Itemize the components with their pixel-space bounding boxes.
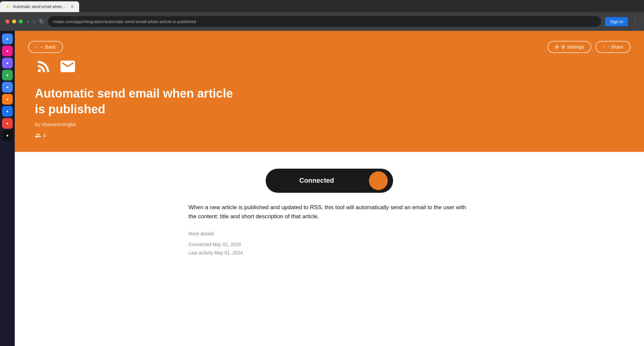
forward-browser-button[interactable]: › [33, 18, 35, 25]
address-bar[interactable]: make.com/app/integration/automatic-send-… [48, 16, 601, 27]
sidebar-icon-6: ● [6, 97, 8, 102]
sidebar: ● ● ● ● ● ● ● ● ● [0, 31, 15, 346]
more-options-icon[interactable]: ⋮ [632, 17, 639, 25]
sidebar-item-9[interactable]: ● [2, 130, 13, 141]
connected-toggle[interactable]: Connected [266, 169, 393, 193]
settings-button[interactable]: ⚙ ⚙ Settings [547, 41, 591, 53]
sidebar-item-5[interactable]: ● [2, 82, 13, 93]
sidebar-icon-2: ● [6, 49, 8, 53]
minimize-dot[interactable] [12, 19, 16, 23]
header-nav-buttons: ⚙ ⚙ Settings ↑ ↑ Share [547, 41, 631, 53]
toggle-circle [369, 171, 388, 190]
author-prefix: by [35, 121, 40, 127]
users-count: 4 [43, 132, 46, 138]
toggle-container: Connected [189, 169, 470, 193]
sidebar-item-8[interactable]: ● [2, 118, 13, 129]
last-activity-date: Last activity May 01, 2024 [189, 249, 470, 257]
tab-title: Automatic send email when... [13, 4, 65, 9]
users-icon [35, 132, 41, 138]
activity-dates: Connected May 01, 2024 Last activity May… [189, 240, 470, 257]
integration-header: ‹ ← Back ⚙ ⚙ Settings ↑ ↑ Share [15, 31, 644, 152]
integration-icons [35, 58, 624, 79]
toggle-label: Connected [271, 177, 362, 184]
svg-point-0 [38, 69, 41, 72]
sidebar-item-4[interactable]: ● [2, 70, 13, 80]
share-icon: ↑ [603, 44, 605, 50]
settings-label: ⚙ Settings [561, 44, 584, 50]
back-label: ← Back [39, 44, 56, 50]
address-text: make.com/app/integration/automatic-send-… [53, 19, 196, 24]
maximize-dot[interactable] [19, 19, 23, 23]
close-dot[interactable] [5, 19, 9, 23]
sidebar-icon-1: ● [6, 37, 8, 41]
share-button[interactable]: ↑ ↑ Share [595, 41, 631, 53]
settings-icon: ⚙ [555, 44, 559, 50]
description-text: When a new article is published and upda… [189, 203, 470, 221]
integration-title: Automatic send email when article is pub… [35, 86, 236, 117]
sidebar-item-6[interactable]: ● [2, 94, 13, 105]
sidebar-icon-9: ● [6, 133, 8, 138]
browser-tab[interactable]: ⚡ Automatic send email when... × [0, 1, 79, 12]
sidebar-icon-3: ● [6, 61, 8, 65]
back-browser-button[interactable]: ‹ [27, 18, 29, 25]
window-controls [5, 19, 23, 23]
connected-date: Connected May 01, 2024 [189, 240, 470, 249]
sidebar-icon-4: ● [6, 73, 8, 77]
integration-body: Connected When a new article is publishe… [168, 152, 490, 278]
rss-icon [35, 58, 52, 79]
browser-chrome: ‹ › ↻ make.com/app/integration/automatic… [0, 12, 644, 31]
sidebar-icon-7: ● [6, 109, 8, 114]
integration-users: 4 [35, 132, 624, 138]
sidebar-icon-8: ● [6, 121, 8, 126]
browser-tab-bar: ⚡ Automatic send email when... × [0, 0, 644, 12]
sidebar-icon-5: ● [6, 85, 8, 90]
main-content: ‹ ← Back ⚙ ⚙ Settings ↑ ↑ Share [15, 31, 644, 346]
back-button[interactable]: ‹ ← Back [28, 41, 63, 53]
sidebar-item-1[interactable]: ● [2, 34, 13, 44]
sidebar-item-2[interactable]: ● [2, 46, 13, 56]
author-name: nhavantuonglai [42, 121, 76, 127]
reload-browser-button[interactable]: ↻ [39, 18, 44, 25]
sidebar-item-3[interactable]: ● [2, 58, 13, 68]
sign-in-button[interactable]: Sign in [605, 17, 628, 26]
sidebar-item-7[interactable]: ● [2, 106, 13, 117]
activity-label: More details [189, 231, 470, 236]
back-arrow-icon: ‹ [36, 44, 37, 50]
activity-section: More details Connected May 01, 2024 Last… [189, 231, 470, 257]
share-label: ↑ Share [607, 44, 623, 50]
email-icon [59, 58, 76, 79]
integration-author: by nhavantuonglai [35, 121, 624, 127]
